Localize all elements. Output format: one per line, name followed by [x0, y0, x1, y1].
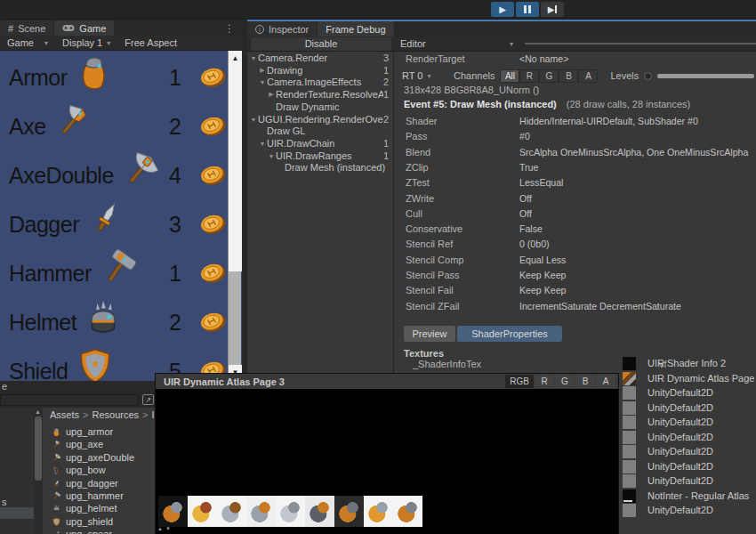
atlas-channel-button-g[interactable]: G: [555, 375, 575, 388]
texture-list-row[interactable]: NotInter - Regular Atlas: [623, 489, 749, 503]
event-tree-row[interactable]: ▼UIR.DrawRanges1: [247, 150, 393, 162]
view-mode-dropdown[interactable]: Game ▾: [0, 36, 55, 50]
search-input[interactable]: [0, 394, 139, 406]
levels-slider-thumb[interactable]: [644, 72, 652, 80]
shader-state-value: Off: [519, 208, 754, 219]
asset-file-row[interactable]: upg_helmet: [52, 502, 117, 514]
pick-window-icon[interactable]: ↗: [142, 394, 154, 405]
foldout-closed-icon[interactable]: ▶: [258, 67, 267, 74]
foldout-open-icon[interactable]: ▼: [249, 55, 258, 61]
project-scrollbar[interactable]: ▲: [34, 408, 43, 534]
texture-list-row[interactable]: UIR Shader Info 2: [623, 356, 726, 370]
tab-frame-debug[interactable]: Frame Debug: [318, 21, 393, 36]
target-dropdown[interactable]: Editor ▾: [395, 36, 519, 51]
folder-tree-selected-row[interactable]: [0, 507, 34, 519]
shader-state-value: Keep Keep: [519, 270, 754, 280]
asset-file-row[interactable]: upg_armor: [52, 425, 113, 438]
display-dropdown[interactable]: Display 1 ▾: [55, 36, 117, 50]
texture-list-row[interactable]: UIR Dynamic Atlas Page: [623, 371, 754, 385]
rt-dropdown[interactable]: RT 0 ▾: [402, 70, 448, 81]
inventory-row: Axe2: [9, 102, 228, 151]
breadcrumb-item[interactable]: Resources: [92, 409, 139, 420]
texture-list-row[interactable]: UnityDefault2D: [623, 430, 713, 444]
event-tree-row[interactable]: ▼UGUI.Rendering.RenderOverla2: [247, 113, 393, 125]
preview-tab-button[interactable]: Preview: [404, 326, 455, 342]
item-name: Axe: [9, 114, 46, 140]
texture-list-row[interactable]: UnityDefault2D: [623, 444, 713, 458]
texture-list-row[interactable]: UnityDefault2D: [623, 459, 713, 473]
step-button[interactable]: ▶: [541, 2, 564, 17]
foldout-open-icon[interactable]: ▼: [249, 117, 258, 123]
asset-file-row[interactable]: upg_shield: [52, 515, 113, 528]
atlas-window-title: UIR Dynamic Atlas Page 3: [164, 376, 285, 387]
atlas-scroll-markers[interactable]: ▲▼: [157, 526, 173, 531]
asset-file-row[interactable]: upg_bow: [52, 464, 106, 476]
folder-tree-fragment[interactable]: s: [2, 497, 7, 507]
channel-button-a[interactable]: A: [578, 69, 598, 83]
project-content: s ▲ Assets>Resources>Inv upg_armorupg_ax…: [0, 408, 156, 534]
atlas-channel-button-r[interactable]: R: [535, 375, 554, 388]
scroll-up-icon[interactable]: ▲: [35, 409, 41, 415]
scroll-down-icon[interactable]: ▼: [165, 526, 173, 531]
texture-list-row[interactable]: UnityDefault2D: [623, 473, 713, 488]
pause-button[interactable]: [516, 2, 539, 17]
channel-button-b[interactable]: B: [559, 69, 578, 83]
asset-file-row[interactable]: upg_axe: [52, 438, 103, 450]
levels-slider-track[interactable]: [657, 74, 754, 78]
event-tree-row[interactable]: ▼Camera.Render3: [247, 52, 393, 64]
event-tree-row[interactable]: ▶RenderTexture.ResolveA1: [247, 88, 393, 101]
bow-asset-icon: [52, 465, 61, 475]
item-quantity: 2: [162, 114, 189, 140]
asset-file-row[interactable]: upg_hammer: [52, 490, 124, 502]
texture-name: NotInter - Regular Atlas: [647, 490, 749, 501]
foldout-open-icon[interactable]: ▼: [258, 79, 267, 85]
texture-list-row[interactable]: UnityDefault2D: [623, 385, 713, 400]
texture-list-row[interactable]: UnityDefault2D: [623, 415, 713, 429]
foldout-open-icon[interactable]: ▼: [267, 153, 276, 159]
event-tree-row[interactable]: Draw Dynamic: [247, 101, 393, 113]
tab-inspector[interactable]: i Inspector: [247, 21, 317, 36]
scrollbar-thumb[interactable]: [229, 67, 242, 271]
chevron-down-icon: ▾: [107, 39, 110, 47]
tab-game[interactable]: Game: [54, 20, 114, 36]
scroll-up-icon[interactable]: ▲: [157, 526, 165, 531]
event-tree-row[interactable]: ▼UIR.DrawChain1: [247, 137, 393, 150]
texture-list-row[interactable]: UnityDefault2D: [623, 503, 713, 517]
event-tree-row[interactable]: ▼Camera.ImageEffects2: [247, 76, 393, 88]
asset-file-row[interactable]: upg_axeDouble: [52, 451, 134, 464]
channel-button-g[interactable]: G: [539, 69, 559, 83]
channel-button-r[interactable]: R: [519, 69, 539, 83]
tab-scene[interactable]: # Scene: [0, 20, 53, 36]
shader-state-value: False: [519, 223, 754, 234]
atlas-channel-button-b[interactable]: B: [575, 375, 595, 388]
foldout-closed-icon[interactable]: ▶: [267, 91, 276, 98]
asset-file-row[interactable]: upg_dagger: [52, 477, 118, 490]
disable-button[interactable]: Disable: [251, 37, 391, 51]
atlas-window-titlebar[interactable]: UIR Dynamic Atlas Page 3 RGBRGBA: [156, 374, 618, 389]
coin-icon: [197, 260, 229, 290]
atlas-channel-button-a[interactable]: A: [596, 375, 615, 388]
channel-button-all[interactable]: All: [500, 69, 519, 83]
panel-menu-icon[interactable]: ⋮: [224, 22, 235, 35]
event-tree-row[interactable]: ▶Drawing1: [247, 64, 393, 77]
play-button[interactable]: ▶: [491, 2, 514, 17]
breadcrumb-item[interactable]: Assets: [50, 409, 79, 420]
game-scrollbar[interactable]: ▲ ▼: [228, 51, 241, 381]
tab-scene-label: Scene: [18, 23, 45, 34]
event-scrubber-slider[interactable]: [525, 43, 756, 44]
shader-properties-tab-button[interactable]: ShaderProperties: [457, 326, 562, 342]
shader-state-value: IncrementSaturate DecrementSaturate: [519, 301, 754, 312]
event-tree-label: RenderTexture.ResolveA: [276, 89, 383, 100]
item-quantity: 2: [162, 310, 189, 336]
project-tab-fragment[interactable]: e: [0, 381, 156, 393]
texture-list-row[interactable]: UnityDefault2D: [623, 400, 713, 415]
atlas-channel-button-rgb[interactable]: RGB: [505, 375, 534, 388]
scrollbar-thumb[interactable]: [35, 417, 42, 481]
asset-file-row[interactable]: upg_spear: [52, 528, 112, 534]
aspect-dropdown[interactable]: Free Aspect: [117, 36, 184, 50]
event-tree-row[interactable]: Draw GL: [247, 125, 393, 137]
foldout-open-icon[interactable]: ▼: [258, 141, 267, 147]
dagger-sprite-icon: [85, 198, 126, 243]
event-tree-row[interactable]: Draw Mesh (instanced): [247, 161, 393, 174]
scroll-up-button[interactable]: ▲: [229, 51, 242, 67]
